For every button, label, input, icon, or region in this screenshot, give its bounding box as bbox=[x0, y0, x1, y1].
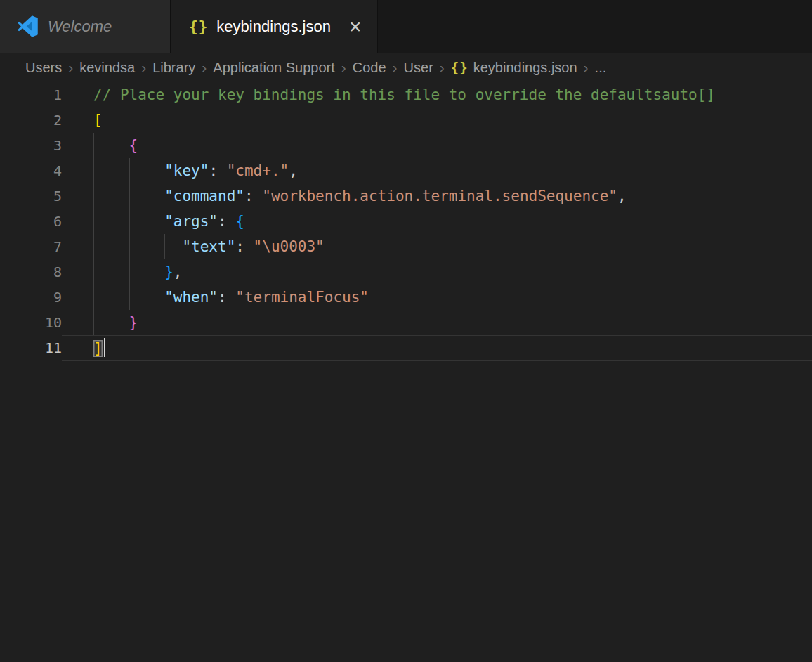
breadcrumb-item[interactable]: Users bbox=[25, 60, 62, 76]
code-line[interactable]: 8 }, bbox=[0, 259, 812, 285]
code-token: { bbox=[235, 213, 244, 230]
breadcrumb-label: kevindsa bbox=[79, 60, 135, 76]
code-line[interactable]: 4 "key": "cmd+.", bbox=[0, 158, 812, 183]
tab-welcome[interactable]: Welcome bbox=[0, 0, 171, 53]
line-number[interactable]: 8 bbox=[0, 259, 62, 285]
tab-bar: Welcome {} keybindings.json × bbox=[0, 0, 812, 53]
breadcrumb-item[interactable]: Library bbox=[152, 60, 195, 76]
breadcrumb: Users›kevindsa›Library›Application Suppo… bbox=[0, 53, 812, 82]
code-token: ] bbox=[93, 340, 103, 357]
code-token: "workbench.action.terminal.sendSequence" bbox=[262, 188, 617, 205]
code-token bbox=[93, 314, 129, 331]
code-token bbox=[93, 137, 129, 154]
code-token: "when" bbox=[164, 289, 218, 306]
code-line[interactable]: 2[ bbox=[0, 108, 812, 133]
code-text: [ bbox=[62, 108, 812, 133]
code-token: , bbox=[289, 162, 298, 179]
code-token: "args" bbox=[164, 213, 218, 230]
code-line[interactable]: 5 "command": "workbench.action.terminal.… bbox=[0, 183, 812, 209]
breadcrumb-separator: › bbox=[141, 59, 146, 76]
code-text: "text": "\u0003" bbox=[62, 234, 812, 259]
line-number[interactable]: 3 bbox=[0, 133, 62, 158]
code-text: "args": { bbox=[62, 209, 812, 234]
editor[interactable]: 1// Place your key bindings in this file… bbox=[0, 82, 812, 662]
line-number[interactable]: 10 bbox=[0, 310, 62, 335]
breadcrumb-label: Users bbox=[25, 60, 62, 76]
close-tab-icon[interactable]: × bbox=[348, 16, 363, 37]
breadcrumb-item[interactable]: Application Support bbox=[213, 60, 334, 76]
code-text: "when": "terminalFocus" bbox=[62, 285, 812, 310]
tab-strip-empty bbox=[378, 0, 812, 53]
code-token: , bbox=[617, 188, 627, 205]
code-token: : bbox=[218, 213, 235, 230]
breadcrumb-separator: › bbox=[202, 59, 207, 76]
code-token: [ bbox=[93, 112, 103, 129]
code-token bbox=[93, 289, 164, 306]
code-text: // Place your key bindings in this file … bbox=[62, 82, 812, 108]
code-token: "\u0003" bbox=[254, 238, 325, 255]
line-number[interactable]: 6 bbox=[0, 209, 62, 234]
breadcrumb-item[interactable]: User bbox=[404, 60, 433, 76]
code-line[interactable]: 7 "text": "\u0003" bbox=[0, 234, 812, 259]
breadcrumb-item[interactable]: {}keybindings.json bbox=[451, 60, 577, 76]
editor-lines: 1// Place your key bindings in this file… bbox=[0, 82, 812, 361]
breadcrumb-separator: › bbox=[68, 59, 73, 76]
breadcrumb-item[interactable]: Code bbox=[353, 60, 386, 76]
code-line[interactable]: 9 "when": "terminalFocus" bbox=[0, 285, 812, 310]
code-line[interactable]: 10 } bbox=[0, 310, 812, 335]
code-token bbox=[93, 238, 182, 255]
tab-label-keybindings: keybindings.json bbox=[216, 18, 331, 36]
breadcrumb-separator: › bbox=[440, 59, 445, 76]
vscode-logo-icon bbox=[17, 15, 39, 37]
code-token bbox=[93, 213, 164, 230]
code-text: "command": "workbench.action.terminal.se… bbox=[62, 183, 812, 209]
breadcrumb-separator: › bbox=[584, 59, 589, 76]
tab-keybindings-json[interactable]: {} keybindings.json × bbox=[171, 0, 378, 53]
line-number[interactable]: 11 bbox=[0, 335, 62, 361]
code-token bbox=[93, 264, 164, 280]
code-token: // Place your key bindings in this file … bbox=[93, 86, 715, 103]
line-number[interactable]: 5 bbox=[0, 183, 62, 209]
text-cursor bbox=[104, 338, 106, 357]
code-line[interactable]: 6 "args": { bbox=[0, 209, 812, 234]
code-token bbox=[93, 188, 164, 205]
json-braces-icon: {} bbox=[451, 60, 469, 75]
breadcrumb-label: ... bbox=[595, 60, 607, 76]
line-number[interactable]: 2 bbox=[0, 108, 62, 133]
code-token: } bbox=[164, 264, 173, 280]
breadcrumb-item[interactable]: kevindsa bbox=[79, 60, 135, 76]
code-line[interactable]: 1// Place your key bindings in this file… bbox=[0, 82, 812, 108]
line-number[interactable]: 9 bbox=[0, 285, 62, 310]
code-token: : bbox=[235, 238, 253, 255]
code-token: "key" bbox=[164, 162, 209, 179]
code-token: , bbox=[173, 264, 183, 280]
code-token: "terminalFocus" bbox=[235, 289, 369, 306]
breadcrumb-label: Code bbox=[353, 60, 386, 76]
code-token: } bbox=[129, 314, 138, 331]
code-token bbox=[93, 162, 164, 179]
vscode-window: Welcome {} keybindings.json × Users›kevi… bbox=[0, 0, 812, 662]
tab-label-welcome: Welcome bbox=[48, 18, 112, 36]
code-token: "cmd+." bbox=[227, 162, 289, 179]
breadcrumb-label: User bbox=[404, 60, 433, 76]
breadcrumb-separator: › bbox=[341, 59, 346, 76]
line-number[interactable]: 4 bbox=[0, 158, 62, 183]
line-number[interactable]: 1 bbox=[0, 82, 62, 108]
code-text: { bbox=[62, 133, 812, 158]
breadcrumb-label: Library bbox=[152, 60, 195, 76]
code-line[interactable]: 11] bbox=[0, 335, 812, 361]
code-token: "command" bbox=[164, 188, 244, 205]
code-token: : bbox=[244, 188, 262, 205]
breadcrumb-separator: › bbox=[393, 59, 398, 76]
code-token: : bbox=[209, 162, 226, 179]
code-text: "key": "cmd+.", bbox=[62, 158, 812, 183]
code-text: } bbox=[62, 310, 812, 335]
code-text: ] bbox=[62, 335, 812, 361]
code-text: }, bbox=[62, 259, 812, 285]
breadcrumb-label: keybindings.json bbox=[473, 60, 577, 76]
line-number[interactable]: 7 bbox=[0, 234, 62, 259]
code-token: "text" bbox=[182, 238, 235, 255]
code-line[interactable]: 3 { bbox=[0, 133, 812, 158]
json-braces-icon: {} bbox=[189, 18, 208, 35]
breadcrumb-item[interactable]: ... bbox=[595, 60, 607, 76]
